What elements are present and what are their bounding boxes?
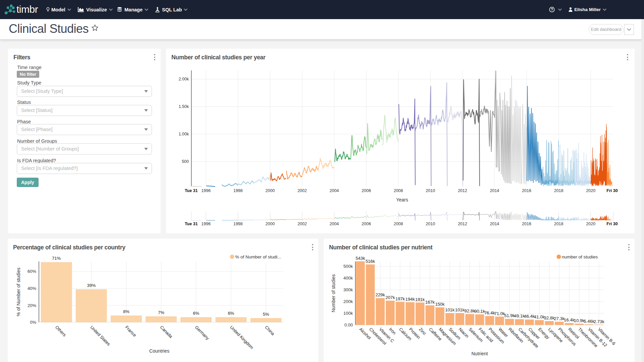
svg-text:Canada: Canada [159,325,173,339]
svg-text:10.9k: 10.9k [574,318,585,323]
svg-text:500k: 500k [343,264,353,269]
svg-text:1.50k: 1.50k [178,104,189,109]
svg-text:Tue 31: Tue 31 [185,188,198,193]
svg-text:51.9k: 51.9k [504,313,515,318]
svg-text:71.0k: 71.0k [494,311,505,316]
svg-text:Years: Years [396,197,408,202]
svg-text:2002: 2002 [298,188,307,193]
svg-text:20%: 20% [28,303,36,308]
svg-text:2010: 2010 [426,222,435,226]
svg-text:191k: 191k [415,297,425,302]
svg-text:39%: 39% [87,283,96,288]
svg-text:2006: 2006 [362,188,371,193]
svg-text:2014: 2014 [490,222,499,226]
svg-text:2018: 2018 [554,222,564,226]
svg-text:90.1k: 90.1k [474,309,485,314]
svg-text:1996: 1996 [201,188,211,193]
svg-text:200k: 200k [343,299,353,304]
svg-text:400k: 400k [343,276,353,281]
svg-text:Nutrient: Nutrient [471,351,488,356]
svg-text:2020: 2020 [586,188,595,193]
svg-text:United Kingdom: United Kingdom [229,325,255,350]
svg-text:1998: 1998 [233,222,243,226]
svg-text:Fri 30: Fri 30 [606,188,618,193]
svg-text:5%: 5% [263,312,269,317]
svg-text:32.8k: 32.8k [544,315,555,320]
svg-text:543k: 543k [356,256,365,261]
svg-text:1.00k: 1.00k [178,132,189,136]
svg-text:2020: 2020 [586,222,595,226]
svg-text:27.3k: 27.3k [554,316,565,321]
svg-text:number of studies: number of studies [562,254,598,259]
svg-text:2012: 2012 [458,222,467,226]
svg-text:France: France [124,325,137,338]
svg-text:46.4k: 46.4k [524,314,535,319]
svg-text:1998: 1998 [233,188,243,193]
svg-text:49.1k: 49.1k [514,313,525,318]
svg-text:207k: 207k [385,295,395,300]
svg-text:101k: 101k [445,307,455,312]
svg-text:% of Number of studi...: % of Number of studi... [235,254,281,259]
svg-text:100k: 100k [343,311,353,316]
svg-text:194k: 194k [405,297,415,302]
svg-text:197k: 197k [395,296,405,301]
svg-text:% of Number of studies: % of Number of studies [16,267,21,316]
svg-text:Others: Others [54,325,67,338]
svg-text:229k: 229k [375,292,385,297]
svg-text:8%: 8% [123,309,129,314]
svg-text:41.0k: 41.0k [534,314,545,319]
svg-text:7%: 7% [158,310,164,315]
svg-text:Countries: Countries [149,348,169,354]
svg-text:167k: 167k [425,300,435,305]
svg-text:2004: 2004 [329,222,339,226]
svg-text:2006: 2006 [362,222,371,226]
svg-text:0%: 0% [30,320,36,325]
svg-text:76.4k: 76.4k [484,310,495,315]
svg-text:2000: 2000 [265,188,275,193]
svg-text:2018: 2018 [554,188,564,193]
svg-text:2008: 2008 [394,222,403,226]
svg-text:150k: 150k [435,302,445,307]
svg-text:101k: 101k [455,307,465,312]
svg-text:2016: 2016 [522,188,531,193]
svg-text:Germany: Germany [194,325,210,341]
svg-text:Tue 31: Tue 31 [185,222,198,226]
svg-text:2010: 2010 [426,188,435,193]
svg-text:2014: 2014 [490,188,499,193]
svg-text:Number of studies: Number of studies [331,274,336,312]
svg-text:71%: 71% [52,256,61,261]
svg-text:China: China [264,325,276,337]
svg-text:2.00k: 2.00k [178,77,189,81]
svg-text:2004: 2004 [329,188,339,193]
svg-text:500: 500 [182,159,189,164]
svg-text:516k: 516k [366,259,375,264]
svg-text:300k: 300k [343,287,353,292]
svg-text:2002: 2002 [298,222,307,226]
svg-text:2000: 2000 [265,222,275,226]
svg-text:United States: United States [89,325,111,347]
svg-text:Fri 30: Fri 30 [606,222,618,226]
svg-text:2016: 2016 [522,222,531,226]
svg-text:2012: 2012 [458,188,467,193]
svg-text:40%: 40% [28,286,36,291]
svg-text:92.8k: 92.8k [465,308,475,313]
svg-text:16.4k: 16.4k [564,317,575,322]
svg-text:60%: 60% [28,269,36,274]
svg-text:2008: 2008 [394,188,403,193]
svg-text:6%: 6% [193,311,199,316]
svg-text:2.73k: 2.73k [594,319,604,324]
svg-text:0.00: 0.00 [344,322,353,327]
svg-text:5.46k: 5.46k [584,319,594,324]
svg-text:1996: 1996 [201,222,211,226]
svg-text:6%: 6% [228,311,234,316]
